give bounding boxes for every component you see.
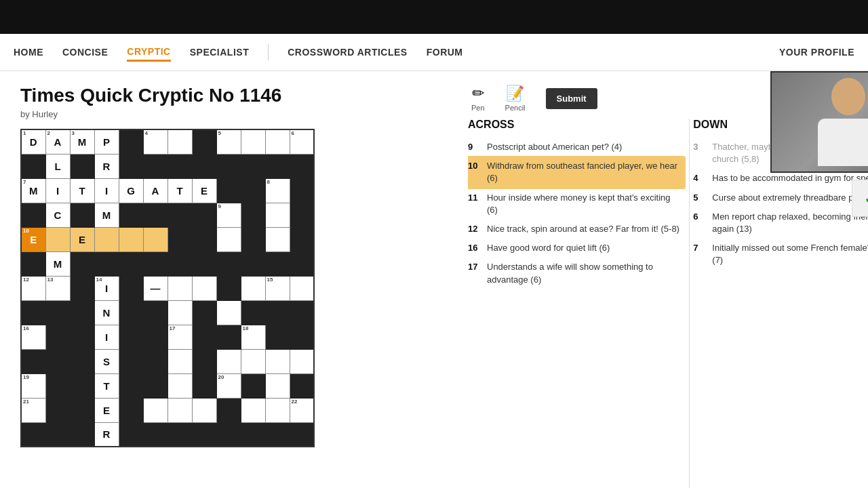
- cell-12-1[interactable]: 21: [21, 398, 45, 422]
- nav-separator: [268, 44, 269, 60]
- cell-5-4[interactable]: [94, 227, 119, 251]
- cell-11-8: [192, 373, 216, 398]
- cell-2-9: [216, 154, 241, 178]
- nav-forum[interactable]: FORUM: [427, 44, 463, 60]
- clue-down-7[interactable]: 7 Initially missed out some French femal…: [693, 242, 868, 266]
- cell-5-3[interactable]: E: [70, 227, 94, 251]
- cell-5-1[interactable]: 10E: [21, 227, 45, 251]
- cell-12-10[interactable]: [241, 398, 265, 422]
- cell-3-8[interactable]: E: [192, 178, 216, 203]
- cell-12-4[interactable]: E: [94, 398, 119, 422]
- cell-10-12[interactable]: [290, 349, 314, 373]
- cell-12-6[interactable]: [143, 398, 167, 422]
- clue-across-17[interactable]: 17 Understands a wife will show somethin…: [468, 261, 680, 285]
- cell-9-7[interactable]: 17: [167, 325, 192, 349]
- cell-10-4[interactable]: S: [94, 349, 119, 373]
- cell-7-4[interactable]: 14I: [94, 276, 119, 300]
- clue-text-d4: Has to be accommodated in gym for spell …: [712, 172, 868, 184]
- cell-1-10[interactable]: [241, 129, 265, 154]
- nav-profile[interactable]: YOUR PROFILE: [779, 47, 854, 58]
- pen-tool[interactable]: ✏ Pen: [471, 85, 485, 112]
- cell-5-5[interactable]: [119, 227, 143, 251]
- cell-12-8[interactable]: [192, 398, 216, 422]
- cell-5-11[interactable]: [265, 227, 290, 251]
- clue-down-5[interactable]: 5 Curse about extremely threadbare pullo…: [693, 192, 868, 204]
- cell-1-12[interactable]: 6: [290, 129, 314, 154]
- cell-2-2[interactable]: L: [45, 154, 70, 178]
- cell-1-3[interactable]: 3M: [70, 129, 94, 154]
- cell-1-11[interactable]: [265, 129, 290, 154]
- cell-9-1[interactable]: 16: [21, 325, 45, 349]
- cell-12-12[interactable]: 22: [290, 398, 314, 422]
- cell-1-2[interactable]: 2A: [45, 129, 70, 154]
- cell-7-11[interactable]: 15: [265, 276, 290, 300]
- cell-1-7[interactable]: [167, 129, 192, 154]
- crossword-grid[interactable]: 1D 2A 3M P 4 5 6: [20, 129, 315, 447]
- clue-across-16[interactable]: 16 Have good word for quiet lift (6): [468, 242, 680, 254]
- cell-12-7[interactable]: [167, 398, 192, 422]
- cell-5-2[interactable]: [45, 227, 70, 251]
- cell-1-6[interactable]: 4: [143, 129, 167, 154]
- cell-4-4[interactable]: M: [94, 203, 119, 227]
- cell-12-11[interactable]: [265, 398, 290, 422]
- clue-across-12[interactable]: 12 Nice track, spin around at ease? Far …: [468, 223, 680, 235]
- cell-11-9[interactable]: 20: [216, 373, 241, 398]
- clue-across-9[interactable]: 9 Postscript about American pet? (4): [468, 141, 680, 153]
- cell-7-10[interactable]: [241, 276, 265, 300]
- nav-home[interactable]: HOME: [14, 44, 43, 60]
- check-button[interactable]: ✓: [852, 180, 868, 217]
- clue-down-4[interactable]: 4 Has to be accommodated in gym for spel…: [693, 172, 868, 184]
- cell-8-9[interactable]: [216, 300, 241, 325]
- cell-8-7[interactable]: [167, 300, 192, 325]
- cell-1-9[interactable]: 5: [216, 129, 241, 154]
- cell-3-7[interactable]: T: [167, 178, 192, 203]
- cell-11-1[interactable]: 19: [21, 373, 45, 398]
- cell-4-9[interactable]: 9: [216, 203, 241, 227]
- nav-specialist[interactable]: SPECIALIST: [190, 44, 249, 60]
- cell-3-4[interactable]: I: [94, 178, 119, 203]
- cell-2-4[interactable]: R: [94, 154, 119, 178]
- cell-11-7[interactable]: [167, 373, 192, 398]
- cell-3-11[interactable]: 8: [265, 178, 290, 203]
- cell-11-4[interactable]: T: [94, 373, 119, 398]
- cell-9-10[interactable]: 18: [241, 325, 265, 349]
- cell-3-1[interactable]: 7M: [21, 178, 45, 203]
- cell-2-7: [167, 154, 192, 178]
- nav-crossword-articles[interactable]: CROSSWORD ARTICLES: [288, 44, 407, 60]
- cell-9-4[interactable]: I: [94, 325, 119, 349]
- cell-4-11[interactable]: [265, 203, 290, 227]
- cell-10-7[interactable]: [167, 349, 192, 373]
- clue-text-16: Have good word for quiet lift (6): [487, 242, 610, 254]
- cell-6-2[interactable]: M: [45, 251, 70, 276]
- cell-7-6[interactable]: —: [143, 276, 167, 300]
- cell-1-4[interactable]: P: [94, 129, 119, 154]
- cell-7-2[interactable]: 13: [45, 276, 70, 300]
- cell-7-12[interactable]: [290, 276, 314, 300]
- cell-13-4[interactable]: R: [94, 422, 119, 447]
- cell-3-6[interactable]: A: [143, 178, 167, 203]
- cell-10-9[interactable]: [216, 349, 241, 373]
- cell-11-11[interactable]: [265, 373, 290, 398]
- cell-4-2[interactable]: C: [45, 203, 70, 227]
- nav-cryptic[interactable]: CRYPTIC: [127, 43, 170, 62]
- pen-icon: ✏: [472, 85, 484, 102]
- cell-3-2[interactable]: I: [45, 178, 70, 203]
- cell-10-10[interactable]: [241, 349, 265, 373]
- cell-7-8[interactable]: [192, 276, 216, 300]
- cell-1-1[interactable]: 1D: [21, 129, 45, 154]
- clue-across-10[interactable]: 10 Withdraw from southeast fancied playe…: [468, 156, 686, 188]
- nav-concise[interactable]: CONCISE: [62, 44, 108, 60]
- cell-5-6[interactable]: [143, 227, 167, 251]
- submit-button[interactable]: Submit: [546, 88, 597, 109]
- cell-8-4[interactable]: N: [94, 300, 119, 325]
- cell-10-11[interactable]: [265, 349, 290, 373]
- cell-3-5[interactable]: G: [119, 178, 143, 203]
- clue-down-6[interactable]: 6 Men report chap relaxed, becoming frie…: [693, 211, 868, 235]
- cell-7-7[interactable]: [167, 276, 192, 300]
- pencil-tool[interactable]: 📝 Pencil: [505, 85, 526, 112]
- cell-3-3[interactable]: T: [70, 178, 94, 203]
- cell-5-9[interactable]: [216, 227, 241, 251]
- cell-7-1[interactable]: 12: [21, 276, 45, 300]
- clue-across-11[interactable]: 11 Hour inside where money is kept that'…: [468, 192, 680, 216]
- pencil-label: Pencil: [505, 104, 526, 112]
